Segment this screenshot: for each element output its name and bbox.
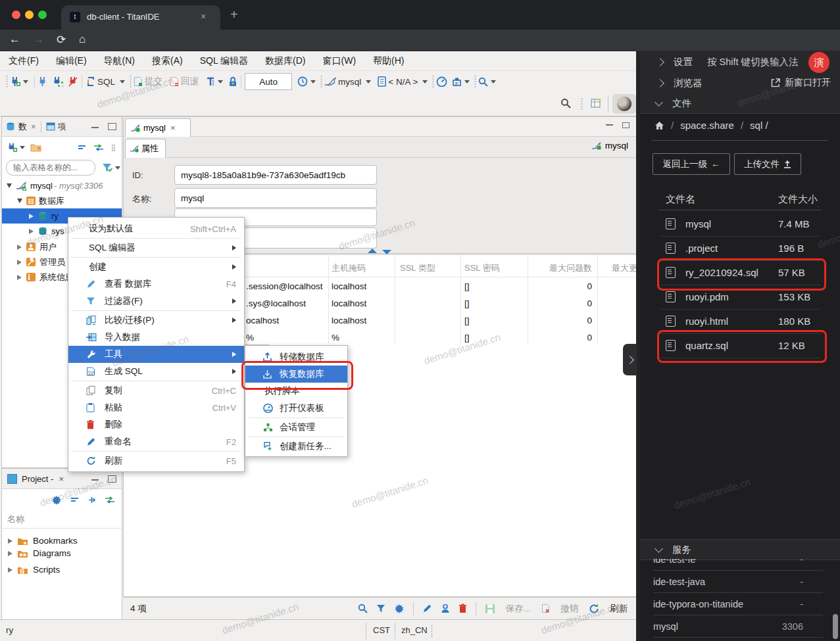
sql-caret[interactable] bbox=[120, 80, 125, 83]
editor-minimize-icon[interactable] bbox=[606, 124, 613, 126]
statusbar-timezone[interactable]: CST bbox=[373, 625, 390, 635]
table-filter-input[interactable] bbox=[6, 160, 95, 176]
grid-cell-cipher[interactable]: [] bbox=[464, 298, 470, 308]
grid-edit-pencil-icon[interactable] bbox=[422, 604, 432, 613]
project-link-editor-icon[interactable] bbox=[105, 496, 115, 504]
browser-tab[interactable]: t db-client - TitanIDE × bbox=[61, 5, 220, 30]
file-row-project[interactable]: .project 196 B bbox=[659, 236, 821, 261]
new-folder-icon[interactable] bbox=[30, 143, 41, 152]
grid-cell-user[interactable]: % bbox=[246, 333, 254, 343]
tab-projects[interactable]: 项 bbox=[58, 121, 66, 133]
file-row-ry-sql[interactable]: ry_20210924.sql 57 KB bbox=[659, 260, 821, 285]
file-row-ruoyi-pdm[interactable]: ruoyi.pdm 153 KB bbox=[659, 285, 821, 310]
link-with-editor-icon[interactable] bbox=[93, 144, 104, 151]
editor-tab-close-icon[interactable]: × bbox=[170, 123, 176, 133]
id-field[interactable] bbox=[174, 165, 377, 185]
new-connection-caret[interactable] bbox=[23, 80, 28, 83]
project-expand-icon[interactable] bbox=[87, 496, 96, 504]
submenu-item-restore-database[interactable]: 恢复数据库 bbox=[245, 366, 347, 383]
mysql-dolphin-icon[interactable] bbox=[324, 77, 336, 86]
sql-script-icon[interactable] bbox=[86, 76, 95, 87]
transaction-caret[interactable] bbox=[218, 80, 223, 83]
sql-label[interactable]: SQL bbox=[97, 77, 115, 87]
grid-search-icon[interactable] bbox=[358, 604, 368, 613]
menu-help[interactable]: 帮助(H) bbox=[364, 55, 412, 67]
grid-cell-user[interactable]: ocalhost bbox=[246, 316, 279, 325]
grid-cell-user[interactable]: .session@localhost bbox=[246, 281, 323, 291]
sidebar-section-services[interactable]: 服务 bbox=[640, 539, 840, 560]
active-schema-label[interactable]: < N/A > bbox=[388, 77, 418, 87]
catalog-doc-icon[interactable] bbox=[378, 76, 386, 87]
name-field[interactable] bbox=[174, 188, 377, 208]
menu-search[interactable]: 搜索(A) bbox=[143, 55, 191, 67]
grid-cell-cipher[interactable]: [] bbox=[464, 333, 470, 343]
statusbar-locale[interactable]: zh_CN bbox=[401, 625, 428, 635]
project-collapse-all-icon[interactable] bbox=[70, 496, 79, 504]
grid-cell-maxq[interactable]: 0 bbox=[533, 316, 592, 325]
menu-item-refresh[interactable]: 刷新F5 bbox=[68, 452, 244, 469]
crumb-sql[interactable]: sql / bbox=[750, 120, 768, 131]
export-caret[interactable] bbox=[464, 80, 470, 83]
maximize-panel-icon[interactable] bbox=[108, 475, 116, 483]
expander-right-icon[interactable] bbox=[17, 275, 22, 280]
menu-item-create[interactable]: 创建 bbox=[68, 258, 244, 275]
save-label[interactable]: 保存... bbox=[506, 603, 531, 615]
dashboard-gauge-icon[interactable] bbox=[436, 76, 447, 87]
home-icon[interactable]: ⌂ bbox=[79, 33, 86, 46]
grid-header-max-questions[interactable]: 最大问题数 bbox=[520, 262, 592, 274]
undo-label[interactable]: 撤销 bbox=[560, 603, 578, 615]
history-caret[interactable] bbox=[310, 80, 316, 83]
menu-item-paste[interactable]: 粘贴Ctrl+V bbox=[68, 399, 244, 416]
menu-sql-editor[interactable]: SQL 编辑器 bbox=[191, 55, 257, 67]
upload-file-button[interactable]: 上传文件 bbox=[734, 153, 801, 175]
menu-item-rename[interactable]: 重命名F2 bbox=[68, 433, 244, 450]
grid-cell-host[interactable]: localhost bbox=[332, 298, 366, 308]
history-clock-icon[interactable] bbox=[297, 76, 308, 87]
expander-right-icon[interactable] bbox=[17, 260, 22, 265]
filter-caret[interactable] bbox=[115, 166, 120, 170]
menu-item-sql-editor[interactable]: SQL 编辑器 bbox=[68, 239, 244, 256]
user-avatar-chip[interactable] bbox=[612, 94, 636, 114]
service-row-ide-test-java[interactable]: ide-test-java- bbox=[653, 571, 823, 593]
service-row-ide-typora[interactable]: ide-typora-on-titanide- bbox=[653, 593, 823, 615]
menu-item-import-data[interactable]: 导入数据 bbox=[68, 329, 244, 346]
expander-right-icon[interactable] bbox=[29, 229, 34, 234]
tab-close-icon[interactable]: × bbox=[201, 11, 206, 22]
sidebar-section-browser[interactable]: 浏览器 新窗口打开 bbox=[640, 72, 840, 94]
project-settings-gear-icon[interactable] bbox=[51, 495, 62, 506]
grid-cell-maxq[interactable]: 0 bbox=[533, 333, 592, 343]
grid-header-max-updates[interactable]: 最大更 bbox=[612, 262, 637, 274]
splitter-collapse-up-icon[interactable] bbox=[367, 248, 378, 254]
filter-funnel-icon[interactable] bbox=[102, 163, 112, 172]
go-up-button[interactable]: 返回上一级← bbox=[653, 153, 730, 175]
expander-right-icon[interactable] bbox=[8, 551, 12, 556]
menu-item-tools[interactable]: 工具 bbox=[68, 346, 244, 363]
export-tool-icon[interactable] bbox=[452, 77, 462, 87]
grid-cell-host[interactable]: localhost bbox=[332, 281, 366, 291]
tree-item-databases[interactable]: 数据库 bbox=[2, 193, 122, 208]
service-row-mysql[interactable]: mysql3306 bbox=[653, 615, 823, 638]
maximize-window-button[interactable] bbox=[38, 11, 47, 19]
service-row-ide-test-fe[interactable]: ide-test-fe- bbox=[653, 559, 823, 571]
rollback-icon[interactable] bbox=[170, 76, 179, 87]
menu-edit[interactable]: 编辑(E) bbox=[47, 55, 95, 67]
undo-doc-icon[interactable] bbox=[541, 604, 550, 613]
open-new-window-button[interactable]: 新窗口打开 bbox=[771, 77, 831, 89]
new-connection-icon[interactable] bbox=[10, 76, 20, 87]
grid-cell-host[interactable]: % bbox=[332, 333, 339, 343]
new-tab-button[interactable]: + bbox=[230, 7, 238, 22]
quick-search-icon[interactable] bbox=[560, 98, 571, 108]
active-connection-label[interactable]: mysql bbox=[338, 77, 361, 87]
menu-item-filter[interactable]: 过滤器(F) bbox=[68, 293, 244, 310]
menu-item-compare-migrate[interactable]: 比较/迁移(P) bbox=[68, 312, 244, 329]
reconnect-icon[interactable] bbox=[53, 76, 63, 87]
minimize-panel-icon[interactable] bbox=[91, 125, 99, 128]
search-caret[interactable] bbox=[491, 80, 496, 83]
menu-item-set-default[interactable]: 设为默认值Shift+Ctrl+A bbox=[68, 220, 244, 237]
sidebar-section-files[interactable]: 文件 bbox=[640, 93, 840, 114]
splitter-collapse-down-icon[interactable] bbox=[382, 249, 392, 255]
editor-maximize-icon[interactable] bbox=[622, 122, 630, 128]
editor-tab-mysql[interactable]: mysql × bbox=[125, 118, 191, 137]
submenu-item-dump-database[interactable]: 转储数据库 bbox=[245, 348, 347, 366]
view-menu-dots-icon[interactable]: ⣿ bbox=[111, 144, 116, 151]
